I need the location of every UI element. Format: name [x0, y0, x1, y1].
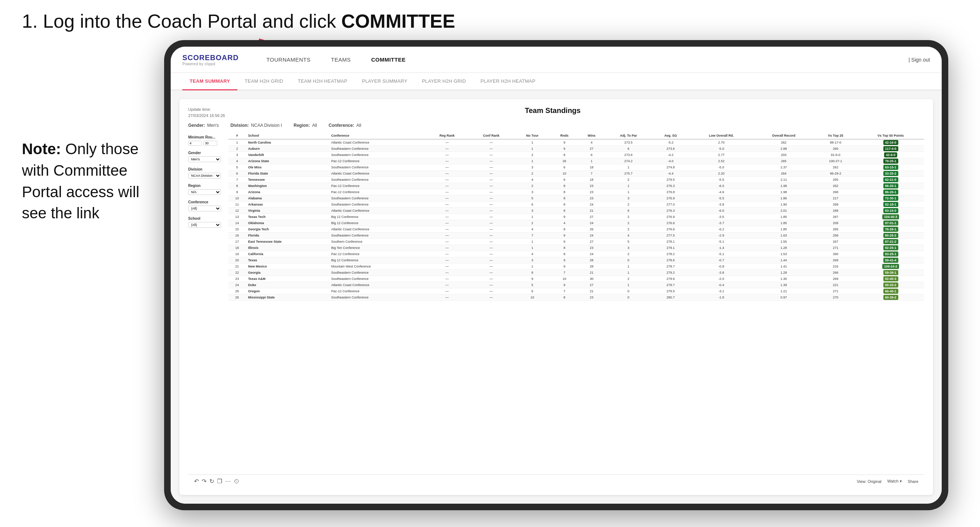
cell-adj-par: 2 [605, 177, 652, 183]
cell-avg-sg: 276.3 [652, 208, 689, 214]
table-row: 25 Oregon Pac-12 Conference — — 5 7 21 0… [228, 288, 924, 294]
school-filter-select[interactable]: (All) [188, 222, 221, 228]
cell-vs-top50: 104-40-3 [857, 214, 924, 220]
redo-button[interactable]: ↷ [202, 478, 207, 485]
cell-conf-rank: — [468, 233, 514, 239]
cell-wins: 27 [578, 282, 605, 288]
cell-conference: Southeastern Conference [329, 152, 426, 158]
cell-rank: 6 [228, 171, 246, 177]
cell-no-tour: 6 [514, 202, 550, 208]
step-text: Log into the Coach Portal and click [38, 11, 341, 32]
undo-button[interactable]: ↶ [194, 478, 199, 485]
cell-low: -3.8 [689, 202, 753, 208]
cell-avg-sg: 276.6 [652, 220, 689, 226]
region-filter-label: Region [188, 184, 224, 188]
cell-avg-sg: 278.7 [652, 264, 689, 270]
cell-rank: 1 [228, 139, 246, 146]
sub-nav-team-summary[interactable]: TEAM SUMMARY [182, 73, 237, 90]
view-original-button[interactable]: View: Original [857, 479, 881, 484]
cell-overall-record: 264 [753, 171, 814, 177]
cell-school: Duke [246, 282, 329, 288]
cell-conf-rank: — [468, 226, 514, 233]
cell-conf-rank: — [468, 189, 514, 195]
tablet-frame: SCOREBOARD Powered by clippd TOURNAMENTS… [164, 40, 948, 510]
table-row: 20 Texas Big 12 Conference — — 3 9 28 0 … [228, 257, 924, 264]
table-row: 9 Arizona Pac-12 Conference — — 3 8 23 1… [228, 189, 924, 195]
cell-conf-rank: — [468, 171, 514, 177]
cell-adj-par: 6 [605, 146, 652, 152]
sub-nav-team-h2h-grid[interactable]: TEAM H2H GRID [237, 73, 291, 90]
cell-overall-record: 1.53 [753, 251, 814, 257]
cell-avg-sg: 279.5 [652, 288, 689, 294]
cell-no-tour: 3 [514, 164, 550, 171]
cell-reg-rank: — [426, 257, 468, 264]
conference-filter-select[interactable]: (All) [188, 206, 221, 211]
cell-conference: Southern Conference [329, 239, 426, 245]
cell-overall-record: 1.28 [753, 270, 814, 276]
cell-low: 2.77 [689, 152, 753, 158]
table-row: 24 Duke Atlantic Coast Conference — — 5 … [228, 282, 924, 288]
table-body: 1 North Carolina Atlantic Coast Conferen… [228, 139, 924, 301]
cell-low: -0.7 [689, 257, 753, 264]
cell-reg-rank: — [426, 220, 468, 226]
filter-gender: Gender: Men's [188, 123, 219, 128]
cell-overall-record: 1.55 [753, 239, 814, 245]
cell-school: Florida [246, 233, 329, 239]
cell-no-tour: 10 [514, 294, 550, 301]
conference-filter-label: Conference [188, 200, 224, 204]
col-vs-top25: Vs Top 25 [814, 132, 857, 139]
region-filter-select[interactable]: N/A [188, 189, 221, 195]
sub-nav-player-h2h-grid[interactable]: PLAYER H2H GRID [415, 73, 473, 90]
cell-wins: 24 [578, 202, 605, 208]
cell-rank: 15 [228, 226, 246, 233]
cell-rank: 7 [228, 177, 246, 183]
cell-conf-rank: — [468, 202, 514, 208]
table-row: 3 Vanderbilt Southeastern Conference — —… [228, 152, 924, 158]
update-time: Update time: 27/03/2024 16:56:26 [188, 106, 225, 119]
standings-table: # School Conference Reg Rank Conf Rank N… [228, 132, 924, 301]
cell-avg-sg: 276.8 [652, 189, 689, 195]
main-card: Update time: 27/03/2024 16:56:26 Team St… [180, 99, 933, 495]
cell-avg-sg: 276.6 [652, 226, 689, 233]
cell-avg-sg: 279.2 [652, 270, 689, 276]
nav-tournaments[interactable]: TOURNAMENTS [256, 47, 321, 73]
cell-school: Texas [246, 257, 329, 264]
sub-nav-player-summary[interactable]: PLAYER SUMMARY [355, 73, 415, 90]
cell-conf-rank: — [468, 183, 514, 189]
min-rounds-min-input[interactable] [188, 141, 202, 146]
more-button[interactable]: ⋯ [225, 478, 231, 485]
gender-filter-select[interactable]: Men's [188, 156, 221, 162]
cell-avg-sg: 276.9 [652, 195, 689, 202]
cell-school: Illinois [246, 245, 329, 251]
sub-nav-team-h2h-heatmap[interactable]: TEAM H2H HEATMAP [290, 73, 355, 90]
cell-conference: Southeastern Conference [329, 146, 426, 152]
min-rounds-max-input[interactable] [204, 141, 217, 146]
cell-avg-sg: 277.0 [652, 202, 689, 208]
cell-wins: 28 [578, 257, 605, 264]
cell-overall-record: 1.98 [753, 189, 814, 195]
copy-button[interactable]: ❐ [217, 478, 222, 485]
cell-adj-par: 0 [605, 257, 652, 264]
watch-button[interactable]: Watch ▾ [887, 479, 902, 484]
cell-school: Virginia [246, 208, 329, 214]
cell-wins: 21 [578, 270, 605, 276]
cell-avg-sg: -4.2 [652, 152, 689, 158]
division-filter-select[interactable]: NCAA Division I [188, 173, 221, 179]
reset-button[interactable]: ↻ [209, 478, 214, 485]
nav-committee[interactable]: COMMITTEE [361, 47, 416, 73]
cell-rank: 26 [228, 294, 246, 301]
cell-vs-top25: 88-17-0 [814, 139, 857, 146]
cell-adj-par: 1 [605, 270, 652, 276]
toolbar-right: View: Original Watch ▾ Share [857, 479, 918, 484]
cell-vs-top50: 59-39-1 [857, 270, 924, 276]
cell-school: Auburn [246, 146, 329, 152]
share-button[interactable]: Share [908, 479, 918, 484]
cell-vs-top25: 269 [814, 257, 857, 264]
cell-reg-rank: — [426, 208, 468, 214]
clock-button[interactable]: ⏲ [234, 478, 240, 485]
cell-vs-top25: 100-27-1 [814, 158, 857, 164]
cell-vs-top25: 267 [814, 239, 857, 245]
nav-teams[interactable]: TEAMS [321, 47, 361, 73]
sub-nav-player-h2h-heatmap[interactable]: PLAYER H2H HEATMAP [473, 73, 543, 90]
sign-out-button[interactable]: | Sign out [908, 57, 930, 63]
